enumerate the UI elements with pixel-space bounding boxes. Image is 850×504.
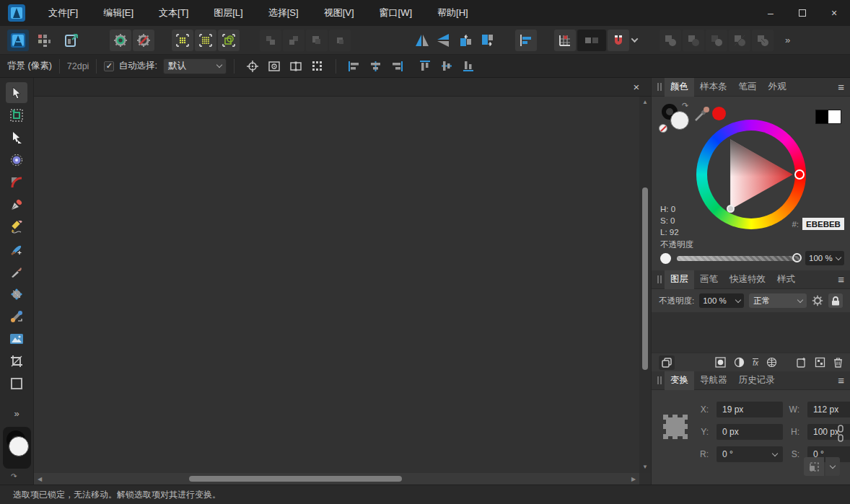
tab-stroke[interactable]: 笔画 bbox=[733, 78, 763, 97]
layer-list[interactable] bbox=[652, 312, 850, 353]
no-color-icon[interactable] bbox=[659, 124, 667, 133]
menu-file[interactable]: 文件[F] bbox=[44, 4, 82, 22]
mesh-warp-icon[interactable] bbox=[766, 357, 777, 368]
auto-select-checkbox[interactable]: ✓ bbox=[104, 61, 114, 71]
fill-tool[interactable] bbox=[6, 283, 27, 304]
minimize-button[interactable]: – bbox=[755, 0, 787, 26]
menu-text[interactable]: 文本[T] bbox=[154, 4, 193, 22]
flip-horizontal-button[interactable] bbox=[411, 30, 433, 51]
panel-menu-icon[interactable]: ≡ bbox=[838, 374, 844, 386]
preferences-gear-button[interactable] bbox=[110, 30, 131, 51]
tab-styles[interactable]: 样式 bbox=[771, 270, 801, 289]
rotation-dropdown[interactable]: 0 ° bbox=[717, 446, 783, 462]
corner-tool[interactable] bbox=[6, 172, 27, 193]
horizontal-scrollbar[interactable]: ◀ ▶ bbox=[34, 473, 639, 485]
snapping-magnet-button[interactable] bbox=[608, 30, 629, 51]
align-top-button[interactable] bbox=[416, 58, 434, 75]
scroll-right-icon[interactable]: ▶ bbox=[628, 476, 639, 482]
horizontal-scrollbar-thumb[interactable] bbox=[189, 476, 402, 482]
pixel-persona-button[interactable] bbox=[33, 30, 55, 51]
menu-layer[interactable]: 图层[L] bbox=[209, 4, 247, 22]
layer-effects-icon[interactable]: fx bbox=[753, 358, 758, 367]
auto-select-dropdown[interactable]: 默认 bbox=[163, 58, 227, 74]
pixel-align-button[interactable] bbox=[308, 58, 327, 75]
delete-layer-icon[interactable] bbox=[833, 357, 843, 368]
transform-mode-button[interactable] bbox=[804, 457, 824, 476]
tools-overflow-icon[interactable]: » bbox=[14, 408, 19, 419]
tab-swatches[interactable]: 样本条 bbox=[694, 78, 733, 97]
align-center-button[interactable] bbox=[367, 58, 385, 75]
export-persona-button[interactable] bbox=[61, 30, 82, 51]
vertical-scrollbar[interactable]: ▲ ▼ bbox=[639, 97, 651, 473]
scroll-left-icon[interactable]: ◀ bbox=[34, 476, 45, 482]
blend-options-gear-icon[interactable] bbox=[812, 295, 823, 306]
panel-menu-icon[interactable]: ≡ bbox=[838, 81, 844, 93]
swap-colors-icon[interactable]: ↷ bbox=[11, 472, 17, 480]
show-handles-button[interactable] bbox=[286, 58, 305, 75]
scroll-up-icon[interactable]: ▲ bbox=[642, 97, 648, 107]
vector-brush-tool[interactable] bbox=[6, 239, 27, 260]
alignment-button[interactable] bbox=[515, 30, 537, 51]
opacity-value-dropdown[interactable]: 100 % bbox=[805, 251, 844, 265]
transform-origin-button[interactable] bbox=[243, 58, 262, 75]
mask-layer-icon[interactable] bbox=[715, 357, 726, 368]
color-wheel[interactable] bbox=[696, 120, 806, 229]
vertical-scrollbar-thumb[interactable] bbox=[642, 187, 648, 370]
place-image-tool[interactable] bbox=[6, 328, 27, 349]
point-transform-tool[interactable] bbox=[6, 149, 27, 170]
add-layer-icon[interactable] bbox=[796, 357, 807, 368]
tab-color[interactable]: 颜色 bbox=[665, 78, 694, 97]
tab-brushes[interactable]: 画笔 bbox=[694, 270, 724, 289]
picked-color-swatch[interactable] bbox=[712, 107, 726, 120]
opacity-preview-dot[interactable] bbox=[660, 253, 671, 264]
lock-layer-button[interactable] bbox=[828, 293, 843, 308]
grid-axis-button[interactable] bbox=[554, 30, 576, 51]
rotate-ccw-button[interactable] bbox=[455, 30, 476, 51]
opacity-slider[interactable] bbox=[677, 256, 799, 261]
saturation-lightness-marker[interactable] bbox=[727, 205, 735, 213]
hue-marker[interactable] bbox=[794, 169, 805, 180]
move-tool[interactable] bbox=[6, 82, 27, 103]
w-field[interactable]: 112 px bbox=[807, 402, 850, 417]
adjustment-layer-icon[interactable] bbox=[734, 357, 745, 368]
panel-drag-handle[interactable] bbox=[654, 376, 665, 384]
pen-tool[interactable] bbox=[6, 194, 27, 215]
menu-select[interactable]: 选择[S] bbox=[264, 4, 303, 22]
tab-appearance[interactable]: 外观 bbox=[763, 78, 792, 97]
node-tool[interactable] bbox=[6, 127, 27, 148]
opacity-slider-handle[interactable] bbox=[792, 253, 802, 262]
align-right-button[interactable] bbox=[388, 58, 407, 75]
snap-grid-sparse-button[interactable] bbox=[172, 30, 193, 51]
align-left-button[interactable] bbox=[345, 58, 364, 75]
menu-window[interactable]: 窗口[W] bbox=[375, 4, 417, 22]
knife-tool[interactable] bbox=[6, 261, 27, 282]
snapping-dropdown-chevron[interactable] bbox=[629, 30, 639, 51]
saturation-lightness-triangle[interactable] bbox=[696, 120, 806, 229]
layer-opacity-dropdown[interactable]: 100 % bbox=[699, 293, 744, 308]
anchor-point-selector[interactable] bbox=[663, 415, 688, 439]
designer-persona-button[interactable] bbox=[7, 30, 29, 51]
tab-transform[interactable]: 变换 bbox=[665, 371, 694, 390]
insertion-mode-button[interactable] bbox=[577, 30, 606, 51]
menu-edit[interactable]: 编辑[E] bbox=[99, 4, 138, 22]
transparency-tool[interactable] bbox=[6, 306, 27, 327]
scroll-down-icon[interactable]: ▼ bbox=[642, 461, 648, 472]
pencil-tool[interactable] bbox=[6, 216, 27, 237]
maximize-button[interactable] bbox=[787, 0, 818, 26]
menu-help[interactable]: 帮助[H] bbox=[433, 4, 473, 22]
settings-gear-button[interactable] bbox=[133, 30, 154, 51]
tab-layers[interactable]: 图层 bbox=[665, 270, 694, 289]
swap-colors-icon[interactable]: ↷ bbox=[682, 101, 688, 110]
fill-color-indicator[interactable] bbox=[670, 111, 689, 130]
close-button[interactable]: × bbox=[818, 0, 850, 26]
eyedropper-icon[interactable] bbox=[693, 105, 711, 123]
tab-quick-fx[interactable]: 快速特效 bbox=[724, 270, 771, 289]
fill-color-swatch[interactable] bbox=[9, 436, 29, 456]
hide-selection-button[interactable] bbox=[265, 58, 284, 75]
fill-stroke-selector[interactable]: ↷ bbox=[3, 427, 31, 469]
grayscale-swatch[interactable] bbox=[815, 110, 841, 124]
tab-navigator[interactable]: 导航器 bbox=[694, 371, 733, 390]
edit-all-layers-button[interactable] bbox=[659, 355, 675, 370]
crop-tool[interactable] bbox=[6, 350, 27, 371]
view-close-button[interactable]: × bbox=[629, 81, 644, 93]
